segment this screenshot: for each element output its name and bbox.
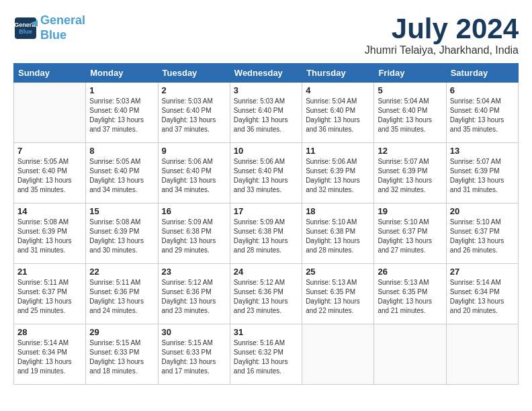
calendar-cell: 21Sunrise: 5:11 AM Sunset: 6:37 PM Dayli… [14, 264, 86, 324]
cell-info: Sunrise: 5:03 AM Sunset: 6:40 PM Dayligh… [162, 97, 226, 134]
day-number: 10 [234, 146, 298, 156]
day-number: 15 [89, 206, 154, 216]
cell-info: Sunrise: 5:15 AM Sunset: 6:33 PM Dayligh… [89, 338, 154, 376]
calendar-header-tuesday: Tuesday [158, 64, 230, 83]
cell-info: Sunrise: 5:10 AM Sunset: 6:37 PM Dayligh… [450, 218, 515, 255]
cell-info: Sunrise: 5:12 AM Sunset: 6:36 PM Dayligh… [162, 278, 226, 316]
calendar-cell: 30Sunrise: 5:15 AM Sunset: 6:33 PM Dayli… [158, 324, 230, 385]
calendar-cell: 5Sunrise: 5:04 AM Sunset: 6:40 PM Daylig… [374, 83, 446, 143]
day-number: 8 [89, 146, 154, 156]
cell-info: Sunrise: 5:11 AM Sunset: 6:36 PM Dayligh… [89, 278, 154, 316]
calendar-week-0: 1Sunrise: 5:03 AM Sunset: 6:40 PM Daylig… [14, 83, 519, 143]
calendar-cell: 7Sunrise: 5:05 AM Sunset: 6:40 PM Daylig… [14, 143, 86, 203]
cell-info: Sunrise: 5:12 AM Sunset: 6:36 PM Dayligh… [234, 278, 298, 316]
day-number: 3 [234, 85, 298, 95]
day-number: 23 [162, 267, 226, 277]
calendar-cell [302, 324, 374, 385]
cell-info: Sunrise: 5:06 AM Sunset: 6:40 PM Dayligh… [234, 157, 298, 195]
day-number: 22 [89, 267, 154, 277]
cell-info: Sunrise: 5:03 AM Sunset: 6:40 PM Dayligh… [234, 97, 298, 134]
cell-info: Sunrise: 5:13 AM Sunset: 6:35 PM Dayligh… [378, 278, 442, 316]
calendar-cell: 14Sunrise: 5:08 AM Sunset: 6:39 PM Dayli… [14, 203, 86, 264]
day-number: 27 [450, 267, 515, 277]
calendar-cell: 9Sunrise: 5:06 AM Sunset: 6:40 PM Daylig… [158, 143, 230, 203]
calendar-cell: 8Sunrise: 5:05 AM Sunset: 6:40 PM Daylig… [86, 143, 158, 203]
calendar-cell: 12Sunrise: 5:07 AM Sunset: 6:39 PM Dayli… [374, 143, 446, 203]
day-number: 1 [89, 85, 154, 95]
day-number: 14 [17, 206, 82, 216]
day-number: 19 [378, 206, 442, 216]
cell-info: Sunrise: 5:03 AM Sunset: 6:40 PM Dayligh… [89, 97, 154, 134]
cell-info: Sunrise: 5:10 AM Sunset: 6:38 PM Dayligh… [306, 218, 370, 255]
calendar-header-row: SundayMondayTuesdayWednesdayThursdayFrid… [14, 64, 519, 83]
calendar-cell: 16Sunrise: 5:09 AM Sunset: 6:38 PM Dayli… [158, 203, 230, 264]
calendar-header-thursday: Thursday [302, 64, 374, 83]
cell-info: Sunrise: 5:10 AM Sunset: 6:37 PM Dayligh… [378, 218, 442, 255]
logo: General Blue General Blue [13, 13, 85, 42]
day-number: 9 [162, 146, 226, 156]
cell-info: Sunrise: 5:05 AM Sunset: 6:40 PM Dayligh… [17, 157, 82, 195]
cell-info: Sunrise: 5:07 AM Sunset: 6:39 PM Dayligh… [378, 157, 442, 195]
calendar-cell: 24Sunrise: 5:12 AM Sunset: 6:36 PM Dayli… [230, 264, 302, 324]
cell-info: Sunrise: 5:08 AM Sunset: 6:39 PM Dayligh… [89, 218, 154, 255]
calendar-cell: 13Sunrise: 5:07 AM Sunset: 6:39 PM Dayli… [446, 143, 518, 203]
calendar-header-wednesday: Wednesday [230, 64, 302, 83]
day-number: 25 [306, 267, 370, 277]
cell-info: Sunrise: 5:06 AM Sunset: 6:40 PM Dayligh… [162, 157, 226, 195]
day-number: 26 [378, 267, 442, 277]
calendar-cell: 10Sunrise: 5:06 AM Sunset: 6:40 PM Dayli… [230, 143, 302, 203]
cell-info: Sunrise: 5:15 AM Sunset: 6:33 PM Dayligh… [162, 338, 226, 376]
title-block: July 2024 Jhumri Telaiya, Jharkhand, Ind… [365, 13, 519, 56]
calendar-cell: 2Sunrise: 5:03 AM Sunset: 6:40 PM Daylig… [158, 83, 230, 143]
calendar-cell: 4Sunrise: 5:04 AM Sunset: 6:40 PM Daylig… [302, 83, 374, 143]
day-number: 30 [162, 327, 226, 337]
calendar-table: SundayMondayTuesdayWednesdayThursdayFrid… [13, 63, 519, 385]
calendar-cell [14, 83, 86, 143]
calendar-cell: 18Sunrise: 5:10 AM Sunset: 6:38 PM Dayli… [302, 203, 374, 264]
calendar-header-friday: Friday [374, 64, 446, 83]
cell-info: Sunrise: 5:09 AM Sunset: 6:38 PM Dayligh… [234, 218, 298, 255]
cell-info: Sunrise: 5:04 AM Sunset: 6:40 PM Dayligh… [450, 97, 515, 134]
calendar-cell: 15Sunrise: 5:08 AM Sunset: 6:39 PM Dayli… [86, 203, 158, 264]
cell-info: Sunrise: 5:06 AM Sunset: 6:39 PM Dayligh… [306, 157, 370, 195]
cell-info: Sunrise: 5:08 AM Sunset: 6:39 PM Dayligh… [17, 218, 82, 255]
day-number: 18 [306, 206, 370, 216]
calendar-week-3: 21Sunrise: 5:11 AM Sunset: 6:37 PM Dayli… [14, 264, 519, 324]
day-number: 5 [378, 85, 442, 95]
svg-text:Blue: Blue [19, 28, 32, 35]
calendar-cell: 3Sunrise: 5:03 AM Sunset: 6:40 PM Daylig… [230, 83, 302, 143]
location-title: Jhumri Telaiya, Jharkhand, India [365, 44, 519, 56]
calendar-cell: 17Sunrise: 5:09 AM Sunset: 6:38 PM Dayli… [230, 203, 302, 264]
calendar-cell: 11Sunrise: 5:06 AM Sunset: 6:39 PM Dayli… [302, 143, 374, 203]
day-number: 29 [89, 327, 154, 337]
calendar-cell: 19Sunrise: 5:10 AM Sunset: 6:37 PM Dayli… [374, 203, 446, 264]
calendar-header-saturday: Saturday [446, 64, 518, 83]
cell-info: Sunrise: 5:11 AM Sunset: 6:37 PM Dayligh… [17, 278, 82, 316]
day-number: 7 [17, 146, 82, 156]
calendar-header-monday: Monday [86, 64, 158, 83]
calendar-cell: 22Sunrise: 5:11 AM Sunset: 6:36 PM Dayli… [86, 264, 158, 324]
day-number: 4 [306, 85, 370, 95]
day-number: 2 [162, 85, 226, 95]
cell-info: Sunrise: 5:16 AM Sunset: 6:32 PM Dayligh… [234, 338, 298, 376]
calendar-cell [374, 324, 446, 385]
calendar-cell: 1Sunrise: 5:03 AM Sunset: 6:40 PM Daylig… [86, 83, 158, 143]
day-number: 20 [450, 206, 515, 216]
calendar-cell: 28Sunrise: 5:14 AM Sunset: 6:34 PM Dayli… [14, 324, 86, 385]
calendar-cell: 29Sunrise: 5:15 AM Sunset: 6:33 PM Dayli… [86, 324, 158, 385]
day-number: 31 [234, 327, 298, 337]
calendar-cell: 25Sunrise: 5:13 AM Sunset: 6:35 PM Dayli… [302, 264, 374, 324]
day-number: 17 [234, 206, 298, 216]
calendar-header-sunday: Sunday [14, 64, 86, 83]
day-number: 28 [17, 327, 82, 337]
day-number: 21 [17, 267, 82, 277]
calendar-cell: 23Sunrise: 5:12 AM Sunset: 6:36 PM Dayli… [158, 264, 230, 324]
cell-info: Sunrise: 5:04 AM Sunset: 6:40 PM Dayligh… [378, 97, 442, 134]
calendar-week-1: 7Sunrise: 5:05 AM Sunset: 6:40 PM Daylig… [14, 143, 519, 203]
calendar-body: 1Sunrise: 5:03 AM Sunset: 6:40 PM Daylig… [14, 83, 519, 385]
day-number: 6 [450, 85, 515, 95]
calendar-week-2: 14Sunrise: 5:08 AM Sunset: 6:39 PM Dayli… [14, 203, 519, 264]
logo-icon: General Blue [13, 16, 38, 40]
cell-info: Sunrise: 5:05 AM Sunset: 6:40 PM Dayligh… [89, 157, 154, 195]
day-number: 13 [450, 146, 515, 156]
